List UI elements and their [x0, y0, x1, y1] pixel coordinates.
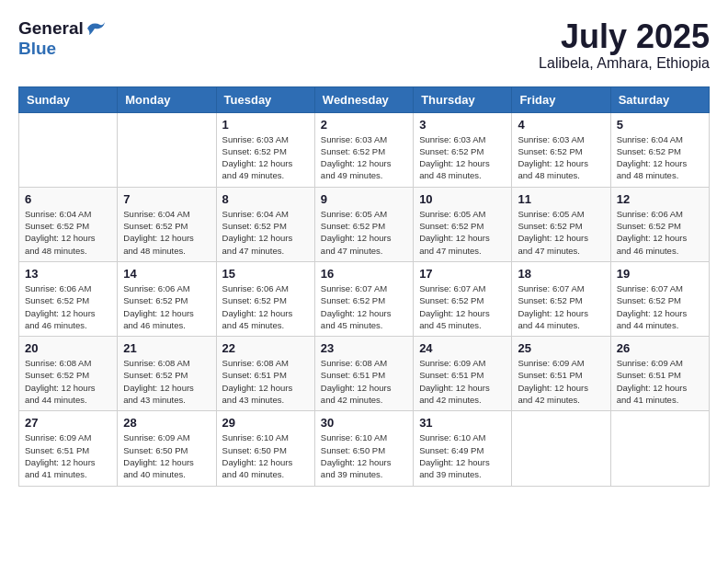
calendar-cell: 28Sunrise: 6:09 AM Sunset: 6:50 PM Dayli… [118, 411, 216, 486]
day-number: 3 [419, 118, 506, 132]
calendar-cell: 19Sunrise: 6:07 AM Sunset: 6:52 PM Dayli… [610, 261, 709, 336]
calendar-cell: 24Sunrise: 6:09 AM Sunset: 6:51 PM Dayli… [414, 337, 512, 411]
day-info: Sunrise: 6:07 AM Sunset: 6:52 PM Dayligh… [321, 282, 407, 331]
day-number: 17 [419, 267, 506, 281]
location-label: Lalibela, Amhara, Ethiopia [539, 55, 710, 72]
day-info: Sunrise: 6:10 AM Sunset: 6:49 PM Dayligh… [419, 431, 506, 480]
calendar-header-row: SundayMondayTuesdayWednesdayThursdayFrid… [19, 86, 710, 112]
calendar-cell: 31Sunrise: 6:10 AM Sunset: 6:49 PM Dayli… [414, 411, 512, 486]
day-info: Sunrise: 6:09 AM Sunset: 6:51 PM Dayligh… [617, 357, 703, 406]
day-number: 29 [222, 416, 309, 430]
day-number: 13 [25, 267, 111, 281]
logo: General Blue [18, 18, 106, 59]
day-number: 9 [321, 192, 407, 206]
day-number: 23 [321, 341, 407, 355]
day-number: 12 [617, 192, 703, 206]
day-info: Sunrise: 6:05 AM Sunset: 6:52 PM Dayligh… [321, 208, 407, 257]
day-number: 2 [321, 118, 407, 132]
calendar-day-header: Saturday [610, 86, 709, 112]
day-info: Sunrise: 6:10 AM Sunset: 6:50 PM Dayligh… [222, 431, 309, 480]
calendar-cell: 13Sunrise: 6:06 AM Sunset: 6:52 PM Dayli… [19, 261, 118, 336]
day-number: 1 [222, 118, 309, 132]
day-info: Sunrise: 6:03 AM Sunset: 6:52 PM Dayligh… [419, 133, 506, 182]
calendar-cell: 21Sunrise: 6:08 AM Sunset: 6:52 PM Dayli… [118, 337, 216, 411]
day-number: 11 [518, 192, 604, 206]
day-number: 28 [123, 416, 210, 430]
calendar-day-header: Thursday [414, 86, 512, 112]
calendar-cell: 23Sunrise: 6:08 AM Sunset: 6:51 PM Dayli… [314, 337, 413, 411]
day-number: 7 [123, 192, 210, 206]
calendar-cell: 7Sunrise: 6:04 AM Sunset: 6:52 PM Daylig… [118, 187, 216, 261]
calendar-cell: 30Sunrise: 6:10 AM Sunset: 6:50 PM Dayli… [314, 411, 413, 486]
day-number: 16 [321, 267, 407, 281]
day-number: 25 [518, 341, 604, 355]
day-info: Sunrise: 6:04 AM Sunset: 6:52 PM Dayligh… [25, 208, 111, 257]
calendar-cell: 27Sunrise: 6:09 AM Sunset: 6:51 PM Dayli… [19, 411, 118, 486]
day-info: Sunrise: 6:05 AM Sunset: 6:52 PM Dayligh… [518, 208, 604, 257]
day-info: Sunrise: 6:08 AM Sunset: 6:51 PM Dayligh… [222, 357, 309, 406]
calendar-cell: 14Sunrise: 6:06 AM Sunset: 6:52 PM Dayli… [118, 261, 216, 336]
day-info: Sunrise: 6:06 AM Sunset: 6:52 PM Dayligh… [222, 282, 309, 331]
calendar-cell [118, 112, 216, 187]
day-info: Sunrise: 6:09 AM Sunset: 6:51 PM Dayligh… [518, 357, 604, 406]
calendar-cell: 6Sunrise: 6:04 AM Sunset: 6:52 PM Daylig… [19, 187, 118, 261]
calendar-table: SundayMondayTuesdayWednesdayThursdayFrid… [18, 86, 710, 487]
calendar-cell [512, 411, 610, 486]
calendar-cell: 9Sunrise: 6:05 AM Sunset: 6:52 PM Daylig… [314, 187, 413, 261]
calendar-cell: 10Sunrise: 6:05 AM Sunset: 6:52 PM Dayli… [414, 187, 512, 261]
day-number: 19 [617, 267, 703, 281]
calendar-cell [19, 112, 118, 187]
day-info: Sunrise: 6:09 AM Sunset: 6:51 PM Dayligh… [25, 431, 111, 480]
calendar-cell: 29Sunrise: 6:10 AM Sunset: 6:50 PM Dayli… [216, 411, 314, 486]
calendar-week-row: 6Sunrise: 6:04 AM Sunset: 6:52 PM Daylig… [19, 187, 710, 261]
calendar-day-header: Tuesday [216, 86, 314, 112]
logo-bird-icon [85, 20, 106, 37]
calendar-cell: 8Sunrise: 6:04 AM Sunset: 6:52 PM Daylig… [216, 187, 314, 261]
day-info: Sunrise: 6:04 AM Sunset: 6:52 PM Dayligh… [123, 208, 210, 257]
day-number: 24 [419, 341, 506, 355]
day-info: Sunrise: 6:08 AM Sunset: 6:51 PM Dayligh… [321, 357, 407, 406]
calendar-week-row: 13Sunrise: 6:06 AM Sunset: 6:52 PM Dayli… [19, 261, 710, 336]
day-info: Sunrise: 6:04 AM Sunset: 6:52 PM Dayligh… [222, 208, 309, 257]
page-header: General Blue July 2025 Lalibela, Amhara,… [18, 18, 710, 72]
calendar-week-row: 20Sunrise: 6:08 AM Sunset: 6:52 PM Dayli… [19, 337, 710, 411]
logo-blue: Blue [18, 39, 56, 58]
calendar-day-header: Wednesday [314, 86, 413, 112]
day-number: 21 [123, 341, 210, 355]
calendar-week-row: 1Sunrise: 6:03 AM Sunset: 6:52 PM Daylig… [19, 112, 710, 187]
day-info: Sunrise: 6:07 AM Sunset: 6:52 PM Dayligh… [419, 282, 506, 331]
month-year-title: July 2025 [539, 18, 710, 55]
calendar-cell: 16Sunrise: 6:07 AM Sunset: 6:52 PM Dayli… [314, 261, 413, 336]
day-number: 27 [25, 416, 111, 430]
calendar-cell: 1Sunrise: 6:03 AM Sunset: 6:52 PM Daylig… [216, 112, 314, 187]
day-info: Sunrise: 6:08 AM Sunset: 6:52 PM Dayligh… [123, 357, 210, 406]
day-info: Sunrise: 6:07 AM Sunset: 6:52 PM Dayligh… [617, 282, 703, 331]
day-info: Sunrise: 6:10 AM Sunset: 6:50 PM Dayligh… [321, 431, 407, 480]
day-number: 10 [419, 192, 506, 206]
day-info: Sunrise: 6:06 AM Sunset: 6:52 PM Dayligh… [123, 282, 210, 331]
day-info: Sunrise: 6:06 AM Sunset: 6:52 PM Dayligh… [25, 282, 111, 331]
title-section: July 2025 Lalibela, Amhara, Ethiopia [539, 18, 710, 72]
day-number: 14 [123, 267, 210, 281]
calendar-day-header: Sunday [19, 86, 118, 112]
day-number: 26 [617, 341, 703, 355]
calendar-cell: 4Sunrise: 6:03 AM Sunset: 6:52 PM Daylig… [512, 112, 610, 187]
calendar-cell: 12Sunrise: 6:06 AM Sunset: 6:52 PM Dayli… [610, 187, 709, 261]
day-number: 4 [518, 118, 604, 132]
calendar-cell: 26Sunrise: 6:09 AM Sunset: 6:51 PM Dayli… [610, 337, 709, 411]
day-number: 6 [25, 192, 111, 206]
calendar-day-header: Friday [512, 86, 610, 112]
calendar-cell: 3Sunrise: 6:03 AM Sunset: 6:52 PM Daylig… [414, 112, 512, 187]
calendar-cell: 15Sunrise: 6:06 AM Sunset: 6:52 PM Dayli… [216, 261, 314, 336]
calendar-cell: 2Sunrise: 6:03 AM Sunset: 6:52 PM Daylig… [314, 112, 413, 187]
day-info: Sunrise: 6:04 AM Sunset: 6:52 PM Dayligh… [617, 133, 703, 182]
calendar-cell: 11Sunrise: 6:05 AM Sunset: 6:52 PM Dayli… [512, 187, 610, 261]
day-info: Sunrise: 6:03 AM Sunset: 6:52 PM Dayligh… [518, 133, 604, 182]
day-number: 8 [222, 192, 309, 206]
calendar-day-header: Monday [118, 86, 216, 112]
day-info: Sunrise: 6:09 AM Sunset: 6:50 PM Dayligh… [123, 431, 210, 480]
calendar-cell: 25Sunrise: 6:09 AM Sunset: 6:51 PM Dayli… [512, 337, 610, 411]
day-info: Sunrise: 6:07 AM Sunset: 6:52 PM Dayligh… [518, 282, 604, 331]
day-info: Sunrise: 6:03 AM Sunset: 6:52 PM Dayligh… [222, 133, 309, 182]
calendar-cell: 17Sunrise: 6:07 AM Sunset: 6:52 PM Dayli… [414, 261, 512, 336]
